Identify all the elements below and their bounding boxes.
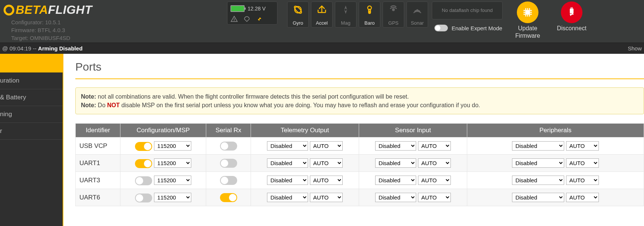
baro-icon: [364, 4, 375, 15]
peripheral-type-select[interactable]: Disabled: [512, 158, 564, 168]
svg-rect-0: [234, 18, 235, 20]
update-firmware-button[interactable]: Update Firmware: [511, 1, 544, 40]
sensor-baud-select[interactable]: AUTO: [418, 141, 451, 151]
sensor-gps: GPS: [383, 1, 404, 28]
ports-table: IdentifierConfiguration/MSPSerial RxTele…: [75, 123, 644, 206]
show-log-link[interactable]: Show: [628, 45, 642, 52]
telemetry-type-select[interactable]: Disabled: [267, 141, 308, 151]
sidebar-item-1[interactable]: & Battery: [0, 89, 63, 106]
msp-baud-select[interactable]: 115200: [154, 158, 191, 168]
peripheral-baud-select[interactable]: AUTO: [566, 193, 599, 202]
configurator-version: Configurator: 10.5.1: [11, 18, 92, 26]
disconnect-button[interactable]: Disconnect: [555, 1, 588, 32]
telemetry-baud-select[interactable]: AUTO: [310, 193, 343, 202]
log-bar: @ 09:04:19 -- Arming Disabled Show: [0, 43, 644, 54]
msp-toggle[interactable]: [135, 159, 152, 168]
svg-rect-1: [234, 20, 235, 21]
sensor-type-select[interactable]: Disabled: [375, 193, 416, 202]
msp-toggle[interactable]: [135, 142, 152, 151]
telemetry-type-select[interactable]: Disabled: [267, 176, 308, 185]
peripheral-type-select[interactable]: Disabled: [512, 193, 564, 202]
logo-flight: FLIGHT: [48, 3, 92, 16]
peripheral-type-select[interactable]: Disabled: [512, 176, 564, 185]
note-not: NOT: [107, 102, 120, 108]
target-name: Target: OMNIBUSF4SD: [11, 34, 92, 42]
app-header: BETAFLIGHT Configurator: 10.5.1 Firmware…: [0, 0, 644, 43]
column-header: Serial Rx: [206, 124, 251, 137]
telemetry-baud-select[interactable]: AUTO: [310, 176, 343, 185]
column-header: Identifier: [76, 124, 120, 137]
note-box: Note: not all combinations are valid. Wh…: [75, 87, 644, 114]
warning-icon: [230, 15, 238, 23]
table-row: UART6 115200Disabled AUTODisabled AUTODi…: [76, 189, 644, 206]
log-time: @ 09:04:19 --: [2, 45, 38, 52]
sensor-gyro: Gyro: [287, 1, 309, 28]
log-message: Arming Disabled: [38, 45, 82, 52]
parachute-icon: [243, 15, 251, 23]
peripheral-baud-select[interactable]: AUTO: [566, 141, 599, 151]
sensor-bar: GyroAccelMagBaroGPSSonar: [287, 1, 428, 28]
column-header: Configuration/MSP: [120, 124, 206, 137]
serial-rx-toggle[interactable]: [220, 193, 237, 202]
usb-disconnect-icon: [566, 7, 577, 18]
sensor-baud-select[interactable]: AUTO: [418, 193, 451, 202]
sensor-baud-select[interactable]: AUTO: [418, 176, 451, 185]
serial-rx-toggle[interactable]: [220, 159, 237, 168]
accel-icon: [316, 4, 327, 15]
svg-point-8: [417, 9, 418, 11]
column-header: Peripherals: [467, 124, 644, 137]
battery-voltage: 12.28 V: [248, 6, 266, 12]
serial-rx-toggle[interactable]: [220, 142, 237, 151]
port-identifier: UART1: [76, 155, 120, 172]
expert-mode-toggle[interactable]: [434, 25, 448, 31]
table-row: UART3 115200Disabled AUTODisabled AUTODi…: [76, 172, 644, 189]
column-header: Telemetry Output: [251, 124, 359, 137]
port-identifier: USB VCP: [76, 137, 120, 155]
disconnect-label: Disconnect: [555, 25, 588, 32]
svg-rect-9: [525, 10, 530, 15]
column-header: Sensor Input: [359, 124, 467, 137]
link-icon: [256, 15, 263, 23]
note-line2: disable MSP on the first serial port unl…: [120, 102, 480, 108]
sidebar-item-0[interactable]: uration: [0, 72, 63, 89]
chip-icon: [522, 7, 533, 18]
note-label: Note:: [81, 93, 96, 100]
peripheral-baud-select[interactable]: AUTO: [566, 176, 599, 185]
battery-panel: 12.28 V: [227, 1, 277, 25]
sensor-type-select[interactable]: Disabled: [375, 141, 416, 151]
svg-rect-24: [572, 7, 573, 9]
peripheral-type-select[interactable]: Disabled: [512, 141, 564, 151]
table-row: UART1 115200Disabled AUTODisabled AUTODi…: [76, 155, 644, 172]
sensor-sonar: Sonar: [406, 1, 428, 28]
mag-icon: [340, 4, 351, 15]
svg-rect-23: [571, 7, 572, 9]
svg-rect-22: [570, 9, 574, 13]
sidebar-item-2[interactable]: ning: [0, 106, 63, 123]
msp-baud-select[interactable]: 115200: [154, 141, 191, 151]
msp-baud-select[interactable]: 115200: [154, 193, 191, 202]
dataflash-status: No dataflash chip found: [432, 1, 503, 19]
sensor-baro: Baro: [359, 1, 380, 28]
telemetry-type-select[interactable]: Disabled: [267, 158, 308, 168]
sensor-baud-select[interactable]: AUTO: [418, 158, 451, 168]
telemetry-baud-select[interactable]: AUTO: [310, 158, 343, 168]
sensor-type-select[interactable]: Disabled: [375, 158, 416, 168]
sensor-label: Sonar: [411, 20, 424, 26]
sensor-type-select[interactable]: Disabled: [375, 176, 416, 185]
logo-beta: BETA: [16, 3, 48, 16]
telemetry-type-select[interactable]: Disabled: [267, 193, 308, 202]
telemetry-baud-select[interactable]: AUTO: [310, 141, 343, 151]
betaflight-logo-icon: [2, 3, 16, 17]
peripheral-baud-select[interactable]: AUTO: [566, 158, 599, 168]
msp-baud-select[interactable]: 115200: [154, 176, 191, 185]
port-identifier: UART6: [76, 189, 120, 206]
battery-icon: [230, 5, 245, 12]
serial-rx-toggle[interactable]: [220, 176, 237, 185]
svg-point-7: [392, 8, 395, 11]
sidebar-item-3[interactable]: r: [0, 123, 63, 140]
msp-toggle[interactable]: [135, 176, 152, 185]
msp-toggle[interactable]: [135, 194, 152, 202]
app-logo: BETAFLIGHT: [0, 3, 92, 17]
sensor-label: Baro: [364, 20, 374, 26]
expert-mode-label: Enable Expert Mode: [452, 25, 502, 31]
